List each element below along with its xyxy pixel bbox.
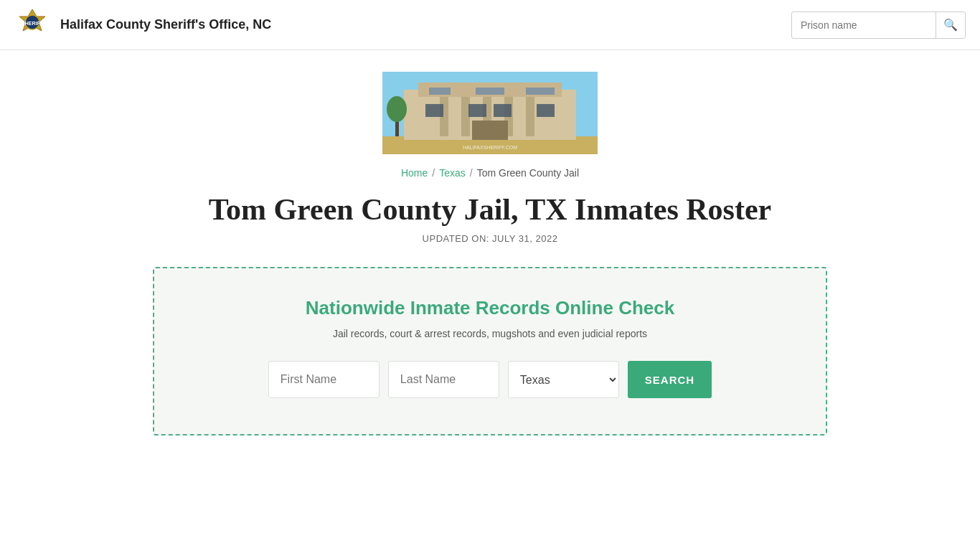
main-content: HALIFAXSHERIFF.COM Home / Texas / Tom Gr… [0,50,980,479]
breadcrumb-sep-1: / [432,167,435,179]
panel-title: Nationwide Inmate Records Online Check [306,297,674,319]
svg-text:HALIFAXSHERIFF.COM: HALIFAXSHERIFF.COM [463,145,517,150]
svg-rect-15 [425,104,443,117]
header-left: SHERIFF Halifax County Sheriff's Office,… [14,7,271,43]
first-name-input[interactable] [268,361,380,398]
site-header: SHERIFF Halifax County Sheriff's Office,… [0,0,980,50]
prison-search-input[interactable] [792,15,936,35]
inmate-search-form: Texas Alabama Alaska Arizona Arkansas Ca… [268,361,712,398]
search-submit-button[interactable]: SEARCH [628,361,712,398]
breadcrumb: Home / Texas / Tom Green County Jail [401,167,579,179]
prison-search-box: 🔍 [791,11,966,39]
svg-rect-11 [526,97,534,136]
svg-rect-16 [468,104,486,117]
state-select[interactable]: Texas Alabama Alaska Arizona Arkansas Ca… [508,361,619,398]
panel-subtitle: Jail records, court & arrest records, mu… [333,328,647,339]
breadcrumb-sep-2: / [470,167,473,179]
header-right: 🔍 [791,11,966,39]
building-image: HALIFAXSHERIFF.COM [382,72,598,154]
prison-search-button[interactable]: 🔍 [936,11,965,39]
breadcrumb-home-link[interactable]: Home [401,167,428,179]
page-title: Tom Green County Jail, TX Inmates Roster [209,192,771,227]
svg-rect-14 [526,88,555,95]
svg-rect-17 [494,104,512,117]
svg-point-21 [387,96,407,122]
svg-rect-13 [476,88,504,95]
site-logo: SHERIFF [14,7,50,43]
breadcrumb-current: Tom Green County Jail [477,167,579,179]
inmate-search-panel: Nationwide Inmate Records Online Check J… [153,267,827,435]
svg-rect-18 [537,104,555,117]
breadcrumb-state-link[interactable]: Texas [439,167,466,179]
site-title: Halifax County Sheriff's Office, NC [60,17,271,32]
svg-text:SHERIFF: SHERIFF [22,21,44,26]
svg-rect-12 [429,88,451,95]
svg-rect-19 [472,121,508,140]
updated-date: UPDATED ON: JULY 31, 2022 [423,233,558,244]
last-name-input[interactable] [388,361,499,398]
